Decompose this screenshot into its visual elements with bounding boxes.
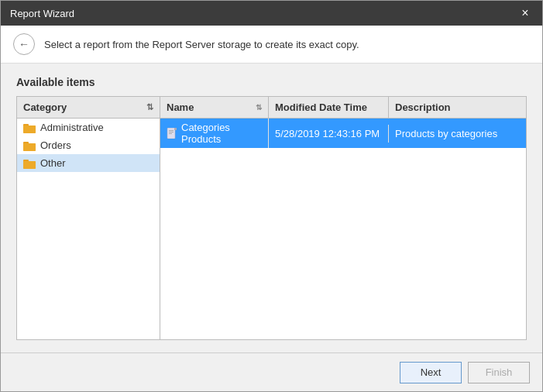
report-description: Products by categories (395, 128, 497, 139)
folder-icon (23, 158, 36, 169)
dialog-title: Report Wizard (10, 8, 74, 19)
desc-column-header: Description (389, 97, 526, 118)
name-column-header: Name ⇅ (160, 97, 269, 118)
report-date: 5/28/2019 12:43:16 PM (275, 128, 380, 139)
svg-rect-5 (23, 143, 36, 151)
category-item-label: Other (40, 157, 66, 169)
panels-row: Category ⇅ Administrative (16, 96, 527, 340)
table-row[interactable]: Categories Products 5/28/2019 12:43:16 P… (160, 119, 526, 148)
header-description: Select a report from the Report Server s… (44, 39, 359, 50)
right-panel: Name ⇅ Modified Date Time Description (160, 97, 526, 339)
category-item-label: Administrative (40, 122, 104, 133)
name-sort-icon: ⇅ (256, 103, 262, 112)
category-column-header: Category ⇅ (17, 97, 160, 119)
title-bar: Report Wizard × (1, 1, 542, 26)
desc-header-label: Description (395, 101, 451, 113)
footer: Next Finish (1, 352, 542, 391)
right-panel-header: Name ⇅ Modified Date Time Description (160, 97, 526, 119)
finish-button[interactable]: Finish (468, 362, 530, 383)
category-item-orders[interactable]: Orders (17, 136, 160, 154)
report-wizard-dialog: Report Wizard × ← Select a report from t… (0, 0, 543, 392)
svg-rect-12 (169, 133, 172, 134)
category-item-other[interactable]: Other (17, 154, 160, 172)
name-header-label: Name (167, 101, 194, 113)
category-item-administrative[interactable]: Administrative (17, 119, 160, 136)
svg-rect-10 (169, 130, 174, 131)
left-panel: Category ⇅ Administrative (17, 97, 160, 339)
svg-rect-11 (169, 132, 174, 132)
sort-icon: ⇅ (146, 102, 153, 112)
close-button[interactable]: × (517, 5, 533, 21)
back-button[interactable]: ← (13, 33, 35, 55)
report-name-cell: Categories Products (160, 119, 269, 148)
date-header-label: Modified Date Time (275, 101, 367, 113)
next-button[interactable]: Next (400, 362, 462, 383)
content-area: Available items Category ⇅ Administrati (1, 64, 542, 352)
svg-rect-2 (23, 126, 36, 133)
category-list: Administrative Orders (17, 119, 160, 339)
date-column-header: Modified Date Time (269, 97, 389, 118)
report-date-cell: 5/28/2019 12:43:16 PM (269, 125, 389, 143)
header-bar: ← Select a report from the Report Server… (1, 26, 542, 64)
category-header-label: Category (23, 101, 67, 113)
svg-rect-13 (174, 128, 177, 130)
report-desc-cell: Products by categories (389, 125, 526, 143)
available-items-label: Available items (16, 76, 527, 88)
svg-rect-8 (23, 161, 36, 169)
report-file-icon (167, 128, 177, 139)
folder-icon (23, 140, 36, 151)
report-list: Categories Products 5/28/2019 12:43:16 P… (160, 119, 526, 339)
report-name: Categories Products (181, 122, 262, 145)
folder-icon (23, 122, 36, 133)
category-item-label: Orders (40, 139, 71, 151)
